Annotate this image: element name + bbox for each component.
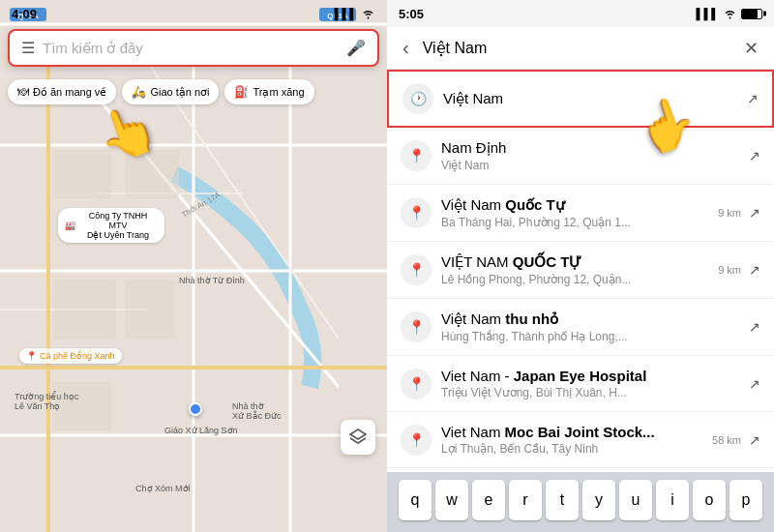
cafe-label: Cà phê Đồng Xanh [40, 351, 115, 361]
result-item-thu-nho[interactable]: 📍 Việt Nam thu nhỏ Hùng Thắng, Thành phố… [387, 299, 774, 356]
time-right: 5:05 [399, 7, 424, 21]
result-item-moc-bai[interactable]: 📍 Viet Nam Moc Bai Joint Stock... Lợi Th… [387, 412, 774, 468]
keyboard-row: q w e r t y u i o p [387, 472, 774, 532]
result-sub-3: Lê Hồng Phong, Phường 12, Quận... [441, 273, 718, 286]
search-field[interactable]: Việt Nam [423, 39, 730, 57]
arrow-icon-5[interactable]: ↗ [749, 376, 760, 392]
back-button[interactable]: ‹ [399, 33, 413, 63]
key-e[interactable]: e [472, 480, 505, 520]
poi-cafe: 📍 Cà phê Đồng Xanh [19, 348, 122, 364]
close-button[interactable]: ✕ [740, 34, 762, 63]
result-name-0: Việt Nam [443, 90, 747, 107]
result-name-1: Nam Định [441, 139, 749, 157]
signal-icon-right: ▌▌▌ [697, 8, 719, 19]
company-label: Công Ty TNHH MTVDệt Uyên Trang [78, 211, 158, 240]
battery-icon [741, 9, 762, 19]
hamburger-icon[interactable]: ☰ [21, 39, 35, 57]
pin-icon-1: 📍 [401, 140, 432, 171]
result-item-nam-dinh[interactable]: 📍 Nam Định Việt Nam ↗ [387, 128, 774, 185]
company-icon: 🏭 [65, 221, 75, 230]
result-name-2: Việt Nam Quốc Tự [441, 196, 718, 214]
result-name-4: Việt Nam thu nhỏ [441, 310, 749, 328]
result-sub-6: Lợi Thuận, Bến Cầu, Tây Ninh [441, 442, 712, 456]
food-icon: 🍽 [17, 85, 29, 99]
pin-icon-2: 📍 [401, 197, 432, 228]
arrow-icon-0[interactable]: ↗ [747, 91, 759, 106]
giao-xu-label: Giáo Xứ Lăng Sơn [164, 426, 238, 435]
status-icons-left: ▌▌▌ [335, 8, 375, 19]
location-dot [189, 402, 202, 416]
wifi-icon-left [361, 9, 375, 19]
arrow-icon-2[interactable]: ↗ [749, 205, 760, 221]
pin-icon-6: 📍 [401, 425, 432, 456]
distance-2: 9 km [718, 207, 741, 219]
gas-icon: ⛽ [234, 85, 249, 99]
status-icons-right: ▌▌▌ [697, 8, 762, 19]
result-sub-5: Triệu Việt Vương, Bùi Thị Xuân, H... [441, 386, 749, 399]
quick-btn-food[interactable]: 🍽 Đồ ăn mang về [8, 79, 116, 104]
key-q[interactable]: q [399, 480, 432, 520]
pin-icon-5: 📍 [401, 369, 432, 399]
quick-btn-gas[interactable]: ⛽ Trạm xăng [224, 79, 313, 104]
poi-company: 🏭 Công Ty TNHH MTVDệt Uyên Trang [58, 208, 164, 243]
arrow-icon-6[interactable]: ↗ [749, 432, 760, 448]
food-label: Đồ ăn mang về [33, 86, 106, 99]
result-text-3: VIỆT NAM QUỐC TỰ Lê Hồng Phong, Phường 1… [441, 253, 718, 286]
search-placeholder[interactable]: Tìm kiếm ở đây [43, 40, 339, 57]
quick-actions: 🍽 Đồ ăn mang về 🛵 Giao tận nơi ⛽ Trạm xă… [8, 79, 379, 104]
key-p[interactable]: p [729, 480, 762, 520]
result-text-4: Việt Nam thu nhỏ Hùng Thắng, Thành phố H… [441, 310, 749, 343]
arrow-icon-1[interactable]: ↗ [749, 148, 760, 163]
cho-label: Chợ Xóm Mới [135, 484, 191, 493]
result-item-viet-nam-recent[interactable]: 🕐 Việt Nam ↗ [387, 70, 774, 128]
key-u[interactable]: u [619, 480, 652, 520]
key-t[interactable]: t [546, 480, 579, 520]
left-panel: QL1A QL1A Thới An 17A 4:09 ▌▌▌ ☰ Tìm kiế… [0, 0, 387, 532]
key-i[interactable]: i [656, 480, 689, 520]
church-label: Nhà thờ Từ Đình [179, 276, 245, 285]
distance-3: 9 km [718, 264, 741, 276]
result-text-1: Nam Định Việt Nam [441, 139, 749, 172]
results-list: 🕐 Việt Nam ↗ 📍 Nam Định Việt Nam ↗ 📍 Việ… [387, 70, 774, 472]
search-bar[interactable]: ☰ Tìm kiếm ở đây 🎤 [8, 29, 379, 67]
search-bar-container: ☰ Tìm kiếm ở đây 🎤 [8, 29, 379, 67]
result-item-quoc-tu-1[interactable]: 📍 Việt Nam Quốc Tự Ba Tháng Hai, Phường … [387, 185, 774, 242]
arrow-icon-3[interactable]: ↗ [749, 262, 760, 278]
result-sub-2: Ba Tháng Hai, Phường 12, Quận 1... [441, 216, 718, 229]
result-text-0: Việt Nam [443, 90, 747, 107]
right-panel: 5:05 ▌▌▌ ‹ Việt Nam ✕ 🕐 Việt Nam [387, 0, 774, 532]
svg-rect-9 [53, 281, 116, 339]
result-item-japan-eye[interactable]: 📍 Viet Nam - Japan Eye Hospital Triệu Vi… [387, 356, 774, 412]
result-text-6: Viet Nam Moc Bai Joint Stock... Lợi Thuậ… [441, 424, 712, 456]
key-o[interactable]: o [693, 480, 726, 520]
status-bar-right: 5:05 ▌▌▌ [387, 0, 774, 27]
status-bar-left: 4:09 ▌▌▌ [0, 0, 387, 27]
key-r[interactable]: r [509, 480, 542, 520]
mic-icon[interactable]: 🎤 [346, 39, 366, 57]
key-w[interactable]: w [435, 480, 468, 520]
cafe-icon: 📍 [26, 351, 37, 361]
clock-icon-0: 🕐 [402, 83, 433, 114]
time-left: 4:09 [12, 7, 37, 21]
result-sub-1: Việt Nam [441, 159, 749, 172]
key-y[interactable]: y [582, 480, 615, 520]
gas-label: Trạm xăng [253, 86, 304, 99]
bac-duc-label: Nhà thờXứ Bắc Đức [232, 401, 282, 421]
result-name-3: VIỆT NAM QUỐC TỰ [441, 253, 718, 271]
svg-rect-7 [53, 150, 111, 198]
distance-6: 58 km [712, 434, 741, 446]
result-name-5: Viet Nam - Japan Eye Hospital [441, 368, 749, 384]
pin-icon-3: 📍 [401, 254, 432, 285]
result-name-6: Viet Nam Moc Bai Joint Stock... [441, 424, 712, 440]
result-text-5: Viet Nam - Japan Eye Hospital Triệu Việt… [441, 368, 749, 399]
delivery-label: Giao tận nơi [150, 86, 209, 99]
signal-icon-left: ▌▌▌ [335, 8, 357, 19]
result-sub-4: Hùng Thắng, Thành phố Hạ Long,... [441, 330, 749, 343]
svg-rect-10 [126, 281, 174, 339]
wifi-icon-right [723, 9, 737, 19]
pin-icon-4: 📍 [401, 311, 432, 342]
arrow-icon-4[interactable]: ↗ [749, 319, 760, 335]
layers-button[interactable] [341, 420, 375, 455]
school-label: Trường tiểu họcLê Văn Thọ [15, 392, 78, 411]
result-item-quoc-tu-2[interactable]: 📍 VIỆT NAM QUỐC TỰ Lê Hồng Phong, Phường… [387, 242, 774, 299]
